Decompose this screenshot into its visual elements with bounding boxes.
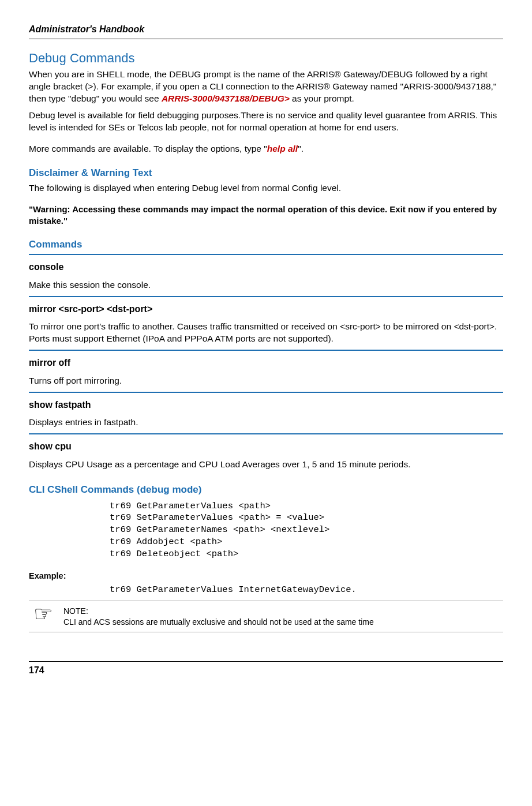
intro-paragraph-3: More commands are available. To display … — [29, 143, 503, 155]
disclaimer-body: The following is displayed when entering… — [29, 182, 503, 194]
command-name-show-cpu: show cpu — [29, 440, 503, 453]
disclaimer-heading: Disclaimer & Warning Text — [29, 167, 503, 180]
command-desc-mirror: To mirror one port's traffic to another.… — [29, 321, 503, 345]
hand-pointing-icon: ☞ — [29, 606, 63, 622]
page-number: 174 — [29, 661, 503, 677]
command-rule — [29, 433, 503, 434]
note-label: NOTE: — [63, 606, 88, 616]
command-rule — [29, 350, 503, 351]
command-name-mirror: mirror <src-port> <dst-port> — [29, 303, 503, 316]
intro-text-3b: ". — [298, 144, 304, 153]
example-code: tr69 GetParameterValues InternetGatewayD… — [110, 584, 503, 596]
intro-text-3a: More commands are available. To display … — [29, 144, 267, 153]
intro-paragraph-2: Debug level is available for field debug… — [29, 110, 503, 134]
header-rule — [29, 39, 503, 39]
command-rule — [29, 392, 503, 393]
command-desc-show-cpu: Displays CPU Usage as a percentage and C… — [29, 459, 503, 471]
note-box: ☞ NOTE: CLI and ACS sessions are mutuall… — [29, 601, 503, 633]
command-name-show-fastpath: show fastpath — [29, 399, 503, 411]
command-rule — [29, 296, 503, 297]
command-desc-show-fastpath: Displays entries in fastpath. — [29, 417, 503, 429]
command-desc-console: Make this session the console. — [29, 279, 503, 291]
running-header: Administrator's Handbook — [29, 23, 503, 36]
cli-command-block: tr69 GetParameterValues <path> tr69 SetP… — [110, 500, 503, 561]
command-desc-mirror-off: Turns off port mirroring. — [29, 375, 503, 387]
commands-heading: Commands — [29, 238, 503, 252]
command-name-mirror-off: mirror off — [29, 357, 503, 369]
commands-rule — [29, 254, 503, 255]
page-heading: Debug Commands — [29, 50, 503, 67]
intro-text-1b: as your prompt. — [290, 93, 354, 103]
help-all-command: help all — [267, 144, 298, 153]
command-name-console: console — [29, 261, 503, 273]
note-body: CLI and ACS sessions are mutually exclus… — [63, 617, 374, 627]
warning-text: "Warning: Accessing these commands may i… — [29, 204, 503, 227]
intro-paragraph-1: When you are in SHELL mode, the DEBUG pr… — [29, 69, 503, 105]
cli-shell-heading: CLI CShell Commands (debug mode) — [29, 483, 503, 497]
note-text: NOTE: CLI and ACS sessions are mutually … — [63, 606, 374, 628]
example-label: Example: — [29, 571, 503, 582]
debug-prompt-example: ARRIS-3000/9437188/DEBUG> — [162, 93, 290, 103]
